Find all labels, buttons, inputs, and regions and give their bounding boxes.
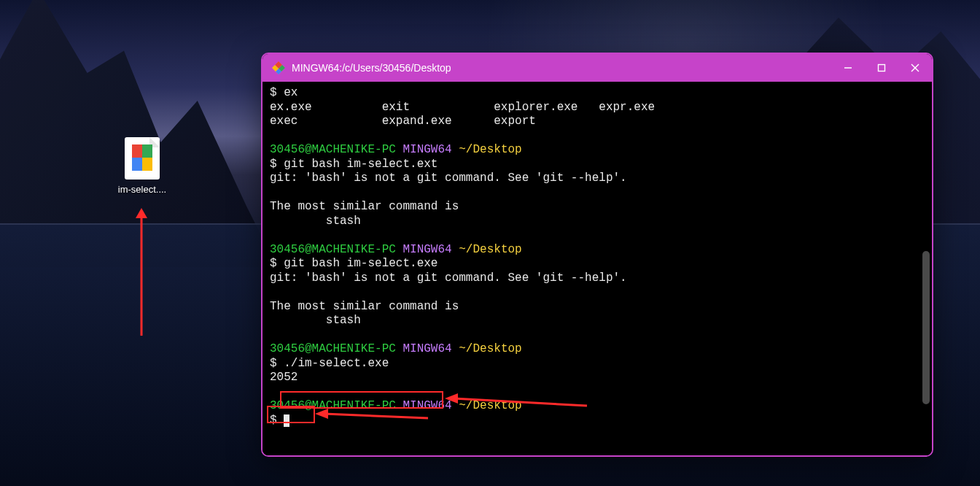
- terminal-window: MINGW64:/c/Users/30456/Desktop $ ex ex.e…: [261, 53, 933, 457]
- desktop-file-icon[interactable]: im-select....: [109, 137, 175, 195]
- term-line: stash: [270, 314, 361, 327]
- annotation-arrow-to-command: [445, 391, 591, 410]
- svg-line-11: [454, 398, 587, 406]
- term-line: stash: [270, 215, 361, 228]
- term-prompt-line: 30456@MACHENIKE-PC MINGW64 ~/Desktop: [270, 143, 522, 156]
- window-titlebar[interactable]: MINGW64:/c/Users/30456/Desktop: [262, 54, 932, 82]
- term-line: $ git bash im-select.ext: [270, 158, 438, 171]
- term-line: git: 'bash' is not a git command. See 'g…: [270, 171, 627, 185]
- svg-line-13: [324, 414, 428, 418]
- term-line: $: [270, 414, 289, 427]
- app-icon: [271, 61, 286, 75]
- annotation-arrow-up-to-icon: [133, 208, 150, 339]
- terminal-scrollbar[interactable]: [922, 251, 930, 404]
- minimize-button[interactable]: [831, 54, 865, 82]
- term-line: $ ex: [270, 86, 298, 99]
- term-line: $ ./im-select.exe: [270, 357, 389, 370]
- term-line: ex.exe exit explorer.exe expr.exe: [270, 101, 655, 114]
- term-prompt-line: 30456@MACHENIKE-PC MINGW64 ~/Desktop: [270, 243, 522, 256]
- window-title: MINGW64:/c/Users/30456/Desktop: [292, 62, 451, 74]
- term-line: The most similar command is: [270, 300, 459, 313]
- svg-marker-14: [315, 409, 328, 419]
- term-output: 2052: [270, 371, 298, 384]
- svg-rect-8: [879, 65, 885, 72]
- svg-marker-12: [445, 393, 458, 404]
- terminal-cursor: [284, 414, 289, 427]
- term-prompt-line: 30456@MACHENIKE-PC MINGW64 ~/Desktop: [270, 342, 522, 355]
- term-line: The most similar command is: [270, 200, 459, 213]
- close-button[interactable]: [898, 54, 932, 82]
- terminal-content[interactable]: $ ex ex.exe exit explorer.exe expr.exe e…: [262, 82, 932, 455]
- maximize-button[interactable]: [865, 54, 898, 82]
- file-icon-graphic: [125, 137, 160, 180]
- annotation-arrow-to-output: [315, 407, 432, 423]
- svg-marker-1: [136, 208, 147, 218]
- term-line: exec expand.exe export: [270, 115, 536, 128]
- desktop-file-label: im-select....: [109, 184, 175, 195]
- term-line: $ git bash im-select.exe: [270, 257, 438, 270]
- term-line: git: 'bash' is not a git command. See 'g…: [270, 271, 627, 285]
